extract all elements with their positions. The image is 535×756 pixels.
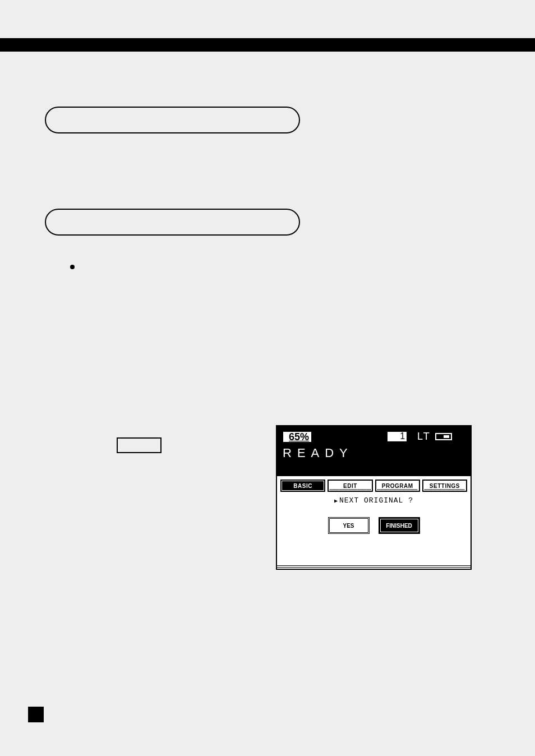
- step-oval-1: [45, 107, 300, 133]
- tab-basic[interactable]: BASIC: [280, 480, 325, 492]
- prompt-text: NEXT ORIGINAL ?: [277, 496, 471, 505]
- tab-settings[interactable]: SETTINGS: [422, 480, 467, 492]
- paper-size-label: LT: [417, 431, 431, 442]
- step-oval-2: [45, 209, 300, 236]
- bullet-point: [70, 265, 75, 269]
- header-band: [0, 38, 535, 52]
- step6-icon-box: [117, 437, 162, 453]
- tab-edit[interactable]: EDIT: [328, 480, 372, 492]
- copies-indicator: 1: [387, 431, 407, 442]
- lcd-bottom-border: [277, 565, 471, 569]
- dialog-buttons: YES FINISHED: [277, 517, 471, 534]
- paper-tray-icon: [435, 433, 452, 440]
- status-text: READY: [283, 446, 465, 460]
- lcd-status-bar: 65% 1 LT READY: [277, 426, 471, 476]
- lcd-panel: 65% 1 LT READY BASIC EDIT PROGRAM SETTIN…: [276, 425, 472, 570]
- lcd-top-row: 65% 1 LT: [283, 431, 465, 442]
- tabs-row: BASIC EDIT PROGRAM SETTINGS: [277, 476, 471, 494]
- finished-button[interactable]: FINISHED: [379, 517, 420, 534]
- content-area: [0, 67, 535, 236]
- zoom-indicator: 65%: [283, 431, 312, 442]
- lcd-body: BASIC EDIT PROGRAM SETTINGS NEXT ORIGINA…: [277, 476, 471, 569]
- tab-program[interactable]: PROGRAM: [375, 480, 420, 492]
- page-number-box: [28, 707, 44, 722]
- yes-button[interactable]: YES: [328, 517, 370, 534]
